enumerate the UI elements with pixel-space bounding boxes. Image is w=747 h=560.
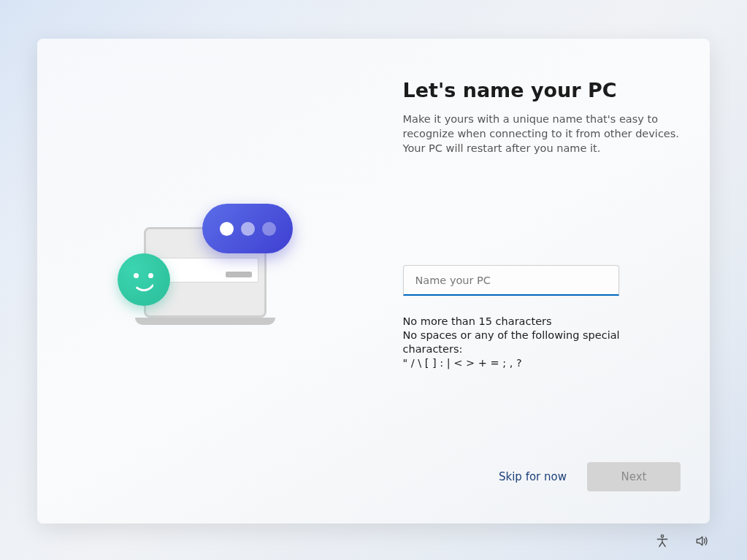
validation-rules: No more than 15 characters No spaces or …	[403, 315, 681, 371]
page-description: Make it yours with a unique name that's …	[403, 112, 681, 156]
name-input-section	[403, 265, 681, 296]
skip-button[interactable]: Skip for now	[499, 470, 567, 483]
laptop-base-shape	[135, 318, 275, 325]
rule-characters-label: No spaces or any of the following specia…	[403, 329, 681, 356]
smiley-icon	[118, 253, 170, 306]
accessibility-icon[interactable]	[652, 531, 673, 551]
footer-buttons: Skip for now Next	[403, 462, 681, 494]
rule-characters-list: " / \ [ ] : | < > + = ; , ?	[403, 356, 681, 370]
pc-name-input[interactable]	[403, 265, 619, 296]
setup-card: Let's name your PC Make it yours with a …	[37, 39, 710, 523]
system-tray	[652, 531, 712, 551]
content-pane: Let's name your PC Make it yours with a …	[374, 39, 710, 523]
svg-point-0	[661, 535, 663, 537]
rule-length: No more than 15 characters	[403, 315, 681, 329]
volume-icon[interactable]	[692, 531, 712, 551]
page-title: Let's name your PC	[403, 79, 681, 101]
pc-naming-illustration	[110, 208, 300, 354]
next-button[interactable]: Next	[587, 462, 681, 491]
illustration-pane	[37, 39, 374, 523]
chat-bubble-icon	[202, 204, 293, 253]
